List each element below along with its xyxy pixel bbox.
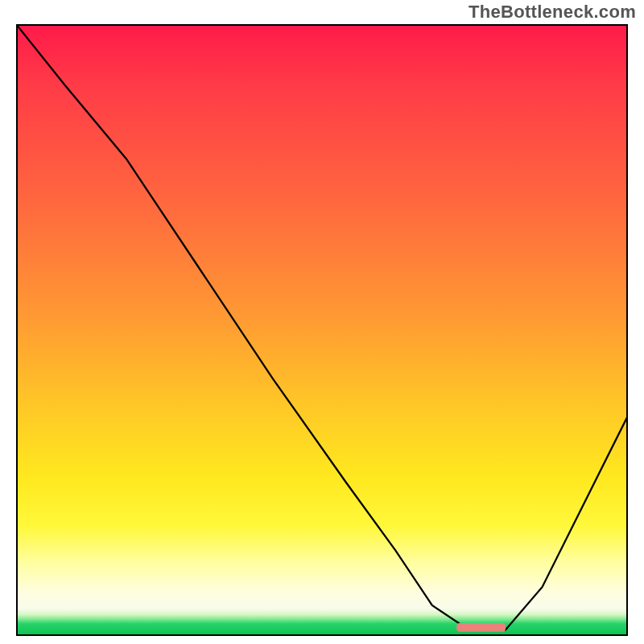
plot-area bbox=[16, 24, 628, 636]
watermark-text: TheBottleneck.com bbox=[469, 2, 636, 23]
bottleneck-curve bbox=[16, 24, 628, 630]
optimal-marker bbox=[456, 623, 506, 632]
chart-container: TheBottleneck.com bbox=[0, 0, 644, 644]
plot-svg bbox=[16, 24, 628, 636]
